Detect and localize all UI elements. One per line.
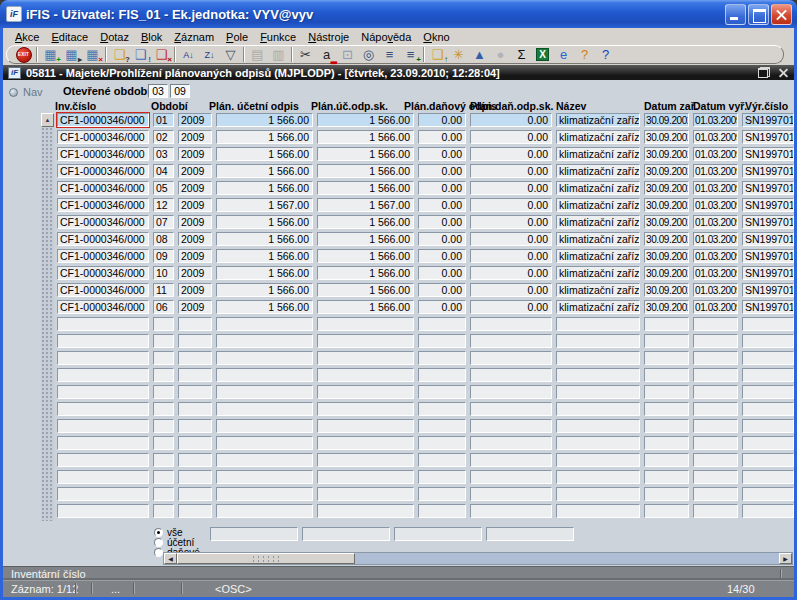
grid-cell-inv[interactable]	[57, 453, 149, 467]
grid-cell-vyr_cislo[interactable]	[742, 351, 794, 365]
grid-cell-plan_dan_sk[interactable]	[470, 419, 552, 433]
grid-cell-nazev[interactable]	[556, 368, 640, 382]
grid-cell-datum_vyr[interactable]	[693, 402, 738, 416]
grid-cell-plan_dan[interactable]	[418, 385, 466, 399]
copy-icon[interactable]: a▂	[316, 46, 337, 63]
grid-cell-per_y[interactable]	[178, 453, 212, 467]
grid-cell-per_y[interactable]: 2009	[178, 266, 212, 280]
grid-cell-plan_ucetni[interactable]	[216, 385, 313, 399]
grid-cell-plan_ucetni[interactable]	[216, 351, 313, 365]
grid-cell-nazev[interactable]: klimatizační zařízení T	[556, 266, 640, 280]
maximize-button[interactable]	[748, 4, 769, 25]
grid-cell-plan_uc_sk[interactable]	[317, 504, 414, 518]
list-icon[interactable]: ≡	[379, 46, 400, 63]
grid-cell-per_m[interactable]: 11	[153, 283, 174, 297]
nav-toggle[interactable]: Nav	[9, 86, 43, 98]
grid-cell-plan_dan_sk[interactable]	[470, 487, 552, 501]
grid-cell-nazev[interactable]: klimatizační zařízení T	[556, 300, 640, 314]
grid-cell-vyr_cislo[interactable]: SN1997010	[742, 130, 794, 144]
grid-cell-plan_ucetni[interactable]: 1 566.00	[216, 249, 313, 263]
grid-cell-datum_vyr[interactable]	[693, 368, 738, 382]
grid-cell-plan_uc_sk[interactable]	[317, 385, 414, 399]
grid-cell-vyr_cislo[interactable]: SN1997010	[742, 113, 794, 127]
grid-cell-plan_ucetni[interactable]	[216, 453, 313, 467]
grid-cell-per_m[interactable]	[153, 487, 174, 501]
grid-cell-plan_dan_sk[interactable]: 0.00	[470, 181, 552, 195]
clock-icon[interactable]: ●	[490, 46, 511, 63]
grid-cell-plan_ucetni[interactable]	[216, 317, 313, 331]
menu-item-dotaz[interactable]: Dotaz	[94, 30, 135, 44]
menu-item-pole[interactable]: Pole	[220, 30, 254, 44]
grid-cell-plan_dan[interactable]	[418, 351, 466, 365]
grid-cell-inv[interactable]: CF1-0000346/000	[57, 198, 149, 212]
grid-cell-datum_vyr[interactable]: 01.03.2009	[693, 232, 738, 246]
grid-cell-vyr_cislo[interactable]	[742, 504, 794, 518]
grid-cell-per_y[interactable]: 2009	[178, 249, 212, 263]
find-icon[interactable]: ◎	[358, 46, 379, 63]
grid-cell-datum_vyr[interactable]: 01.03.2009	[693, 266, 738, 280]
grid-cell-per_y[interactable]: 2009	[178, 164, 212, 178]
close-button[interactable]	[771, 4, 792, 25]
horizontal-scrollbar-thumb[interactable]	[177, 553, 355, 564]
grid-cell-nazev[interactable]	[556, 436, 640, 450]
grid-cell-datum_zar[interactable]: 30.09.2002	[644, 249, 689, 263]
grid-cell-plan_dan[interactable]: 0.00	[418, 283, 466, 297]
grid-cell-plan_dan_sk[interactable]: 0.00	[470, 266, 552, 280]
grid-cell-inv[interactable]: CF1-0000346/000	[57, 164, 149, 178]
grid-cell-datum_vyr[interactable]	[693, 351, 738, 365]
grid-cell-datum_vyr[interactable]: 01.03.2009	[693, 300, 738, 314]
grid-cell-per_m[interactable]	[153, 385, 174, 399]
grid-cell-plan_dan[interactable]: 0.00	[418, 113, 466, 127]
grid-cell-per_m[interactable]: 04	[153, 164, 174, 178]
grid-cell-plan_ucetni[interactable]	[216, 470, 313, 484]
grid-cell-plan_dan[interactable]: 0.00	[418, 215, 466, 229]
grid-cell-plan_dan_sk[interactable]: 0.00	[470, 232, 552, 246]
grid-cell-datum_zar[interactable]	[644, 436, 689, 450]
scroll-up-icon[interactable]: ▲	[41, 113, 54, 127]
grid-cell-inv[interactable]	[57, 351, 149, 365]
grid-cell-per_y[interactable]	[178, 487, 212, 501]
grid-cell-per_y[interactable]: 2009	[178, 181, 212, 195]
grid-cell-vyr_cislo[interactable]: SN1997010	[742, 300, 794, 314]
menu-item-okno[interactable]: Okno	[417, 30, 455, 44]
grid-cell-vyr_cislo[interactable]	[742, 385, 794, 399]
query-enter-icon[interactable]: ❑?	[109, 46, 130, 63]
grid-cell-inv[interactable]	[57, 385, 149, 399]
grid-cell-plan_ucetni[interactable]	[216, 419, 313, 433]
grid-cell-plan_ucetni[interactable]: 1 567.00	[216, 198, 313, 212]
grid-cell-nazev[interactable]	[556, 317, 640, 331]
grid-cell-datum_zar[interactable]: 30.09.2002	[644, 232, 689, 246]
grid-cell-datum_vyr[interactable]: 01.03.2009	[693, 130, 738, 144]
grid-cell-vyr_cislo[interactable]	[742, 470, 794, 484]
grid-cell-nazev[interactable]: klimatizační zařízení T	[556, 181, 640, 195]
grid-cell-inv[interactable]	[57, 436, 149, 450]
grid-cell-datum_vyr[interactable]: 01.03.2009	[693, 198, 738, 212]
grid-cell-per_m[interactable]	[153, 470, 174, 484]
grid-cell-datum_zar[interactable]	[644, 317, 689, 331]
grid-cell-per_y[interactable]	[178, 436, 212, 450]
grid-cell-inv[interactable]	[57, 504, 149, 518]
grid-cell-plan_uc_sk[interactable]: 1 567.00	[317, 198, 414, 212]
grid-cell-plan_dan[interactable]	[418, 436, 466, 450]
grid-cell-inv[interactable]	[57, 317, 149, 331]
record-scrollbar-track[interactable]	[41, 127, 54, 521]
grid-cell-plan_uc_sk[interactable]	[317, 402, 414, 416]
grid-cell-nazev[interactable]: klimatizační zařízení T	[556, 164, 640, 178]
grid-cell-per_y[interactable]: 2009	[178, 283, 212, 297]
grid-cell-datum_zar[interactable]: 30.09.2002	[644, 266, 689, 280]
windows-icon[interactable]: ⊡	[337, 46, 358, 63]
grid-cell-plan_dan_sk[interactable]: 0.00	[470, 113, 552, 127]
grid-cell-plan_ucetni[interactable]	[216, 504, 313, 518]
query-cancel-icon[interactable]: ❑×	[151, 46, 172, 63]
grid-cell-plan_uc_sk[interactable]	[317, 351, 414, 365]
form-restore-button[interactable]	[759, 68, 769, 77]
grid-cell-plan_ucetni[interactable]: 1 566.00	[216, 232, 313, 246]
grid-cell-inv[interactable]	[57, 487, 149, 501]
grid-cell-datum_zar[interactable]	[644, 368, 689, 382]
grid-cell-datum_zar[interactable]: 30.09.2002	[644, 130, 689, 144]
grid-cell-plan_uc_sk[interactable]	[317, 317, 414, 331]
grid-cell-per_m[interactable]	[153, 334, 174, 348]
grid-cell-plan_uc_sk[interactable]: 1 566.00	[317, 215, 414, 229]
grid-cell-plan_dan_sk[interactable]	[470, 351, 552, 365]
grid-cell-datum_zar[interactable]	[644, 470, 689, 484]
